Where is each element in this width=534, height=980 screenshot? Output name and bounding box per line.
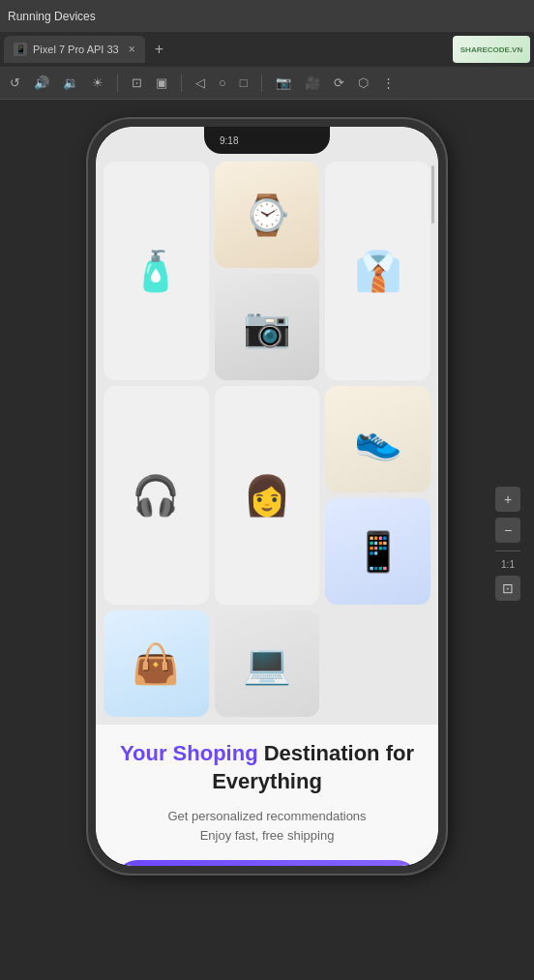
toolbar-brightness-icon[interactable]: ☀ [92, 75, 104, 90]
product-phone[interactable]: 📱 [325, 498, 430, 605]
fit-screen-button[interactable]: ⊡ [495, 576, 520, 601]
zoom-in-button[interactable]: + [495, 487, 520, 512]
toolbar-layout2-icon[interactable]: ▣ [156, 75, 167, 90]
woman-icon: 👩 [243, 473, 291, 519]
phone-frame: 9:18 🧴 ⌚ 👔 📷 [88, 119, 446, 874]
notch-time: 9:18 [220, 135, 238, 146]
tab-label: Pixel 7 Pro API 33 [33, 44, 119, 55]
toolbar-share-icon[interactable]: ⬡ [358, 75, 369, 90]
bag-icon: 👜 [132, 641, 180, 687]
cta-button[interactable]: Let's Get Started [115, 860, 419, 866]
product-grid: 🧴 ⌚ 👔 📷 🎧 [96, 127, 438, 725]
headline-colored: Your Shoping [120, 741, 258, 765]
sharecode-logo: SHARECODE.VN [453, 36, 530, 63]
tab-device-icon: 📱 [14, 43, 27, 56]
hero-subtext-line1: Get personalized recommendations [167, 809, 366, 823]
product-headphones[interactable]: 🎧 [104, 386, 209, 605]
right-panel: + − 1:1 ⊡ [495, 487, 520, 601]
toolbar-rotate-icon[interactable]: ↺ [10, 75, 20, 90]
shoes-icon: 👟 [354, 417, 402, 462]
toolbar-back-icon[interactable]: ◁ [195, 75, 205, 90]
product-camera[interactable]: 📷 [215, 274, 320, 380]
product-bag[interactable]: 👜 [104, 610, 209, 717]
toolbar-volume-icon[interactable]: 🔊 [34, 75, 49, 90]
hero-section: Your Shoping Destination for Everything … [96, 725, 438, 866]
right-panel-separator [495, 550, 520, 551]
laptop-icon: 💻 [243, 641, 291, 687]
top-bar: Running Devices [0, 0, 534, 32]
watch-icon: ⌚ [243, 193, 291, 238]
hero-subtext: Get personalized recommendations Enjoy f… [115, 807, 419, 845]
product-woman[interactable]: 👩 [215, 386, 320, 605]
toolbar-more-icon[interactable]: ⋮ [382, 75, 395, 90]
zoom-out-button[interactable]: − [495, 518, 520, 543]
hero-headline: Your Shoping Destination for Everything [115, 740, 419, 795]
phone-screen[interactable]: 9:18 🧴 ⌚ 👔 📷 [96, 127, 438, 866]
toolbar-recents-icon[interactable]: □ [240, 75, 248, 90]
ratio-label: 1:1 [495, 559, 520, 570]
product-watch[interactable]: ⌚ [215, 162, 320, 268]
logo-area: SHARECODE.VN [453, 36, 530, 63]
tab-close-icon[interactable]: × [129, 43, 135, 56]
tab-item[interactable]: 📱 Pixel 7 Pro API 33 × [4, 36, 145, 63]
toolbar-separator3 [261, 74, 262, 92]
product-man[interactable]: 👔 [325, 162, 430, 380]
toolbar-separator [117, 74, 118, 92]
device-toolbar: ↺ 🔊 🔉 ☀ ⊡ ▣ ◁ ○ □ 📷 🎥 ⟳ ⬡ ⋮ [0, 67, 534, 100]
hero-subtext-line2: Enjoy fast, free shipping [200, 828, 335, 843]
product-perfume[interactable]: 🧴 [104, 162, 209, 380]
man-icon: 👔 [354, 249, 402, 294]
toolbar-home-icon[interactable]: ○ [219, 75, 226, 90]
product-laptop[interactable]: 💻 [215, 610, 320, 717]
camera-icon: 📷 [243, 305, 291, 350]
headphones-icon: 🎧 [132, 473, 180, 519]
toolbar-camera-icon[interactable]: 📷 [276, 75, 291, 90]
product-shoes[interactable]: 👟 [325, 386, 430, 492]
toolbar-separator2 [181, 74, 182, 92]
tab-bar: 📱 Pixel 7 Pro API 33 × + SHARECODE.VN [0, 32, 534, 67]
toolbar-video-icon[interactable]: 🎥 [305, 75, 320, 90]
add-tab-button[interactable]: + [149, 41, 169, 58]
main-area: 9:18 🧴 ⌚ 👔 📷 [0, 100, 534, 874]
phone-area: 9:18 🧴 ⌚ 👔 📷 [88, 100, 446, 874]
running-devices-title: Running Devices [8, 10, 96, 23]
phone-notch: 9:18 [204, 127, 330, 154]
phone-scrollbar[interactable] [431, 165, 434, 223]
toolbar-layout-icon[interactable]: ⊡ [132, 75, 142, 90]
perfume-icon: 🧴 [132, 249, 180, 294]
toolbar-volume-down-icon[interactable]: 🔉 [63, 75, 78, 90]
phone-icon: 📱 [354, 529, 402, 575]
toolbar-refresh-icon[interactable]: ⟳ [334, 75, 344, 90]
